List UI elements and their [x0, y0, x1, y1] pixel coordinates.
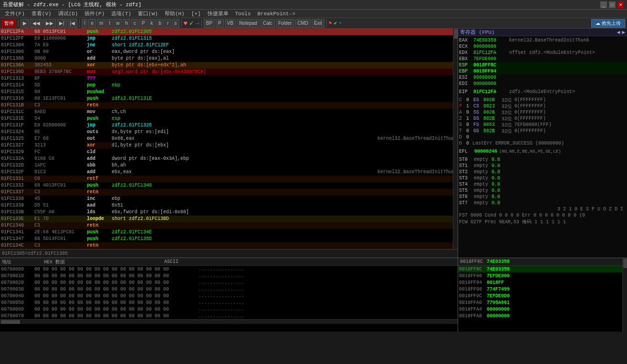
reg-ebp-val[interactable]: 0018FF94 [473, 69, 509, 74]
stack-row[interactable]: 0018FF98 774F7499 [458, 286, 627, 292]
reg-edi-val[interactable]: 00000000 [473, 81, 509, 86]
icon-check[interactable]: ✓ [189, 19, 193, 27]
disasm-row[interactable]: 01FC132F 01C3 add ebx,eax kernel32.BaseT… [0, 169, 458, 176]
hex-scrollbar-area[interactable] [0, 319, 458, 324]
flag-c-bit[interactable]: C [459, 97, 465, 103]
menu-file[interactable]: 文件(F) [2, 10, 28, 18]
disasm-row[interactable]: 01FC131C 8AED mov ch,ch [0, 109, 458, 115]
btn-folder[interactable]: Folder [276, 19, 294, 28]
btn-r[interactable]: r [165, 19, 171, 28]
stack-scrollbar[interactable] [622, 258, 627, 332]
flag-t-bit[interactable]: T [459, 128, 465, 134]
disasm-row[interactable]: 01FC12FA 68 0513FC01 push zdfz2.01FC1305 [0, 29, 458, 35]
disasm-scrollbar-thumb[interactable] [454, 29, 458, 39]
menu-help[interactable]: 帮助(H) [162, 10, 188, 18]
run-button[interactable]: ▶ [21, 19, 29, 28]
reg-ebx-val[interactable]: 7EFDE000 [473, 56, 509, 62]
stack-row[interactable]: 0018FF8C 74E03358 [458, 266, 627, 272]
hex-row[interactable]: 00700060 00 00 00 00 00 00 00 00 00 00 0… [0, 306, 458, 312]
reg-eax-val[interactable]: 74E00358 [473, 38, 509, 43]
icon-send[interactable]: → [195, 20, 199, 27]
disasm-row[interactable]: 01FC1339 D5 51 aad 0x51 [0, 202, 458, 209]
efl-val[interactable]: 00000246 [474, 149, 497, 154]
disasm-row[interactable]: 01FC1324 6E outs dx,byte ptr es:[edi] [0, 129, 458, 135]
btn-k[interactable]: k [148, 19, 156, 28]
stack-row[interactable]: 0018FF90 7EFDE000 [458, 272, 627, 279]
disasm-row[interactable]: 01FC1338 45 inc ebp [0, 196, 458, 202]
menu-debug[interactable]: 调试(D) [55, 10, 81, 18]
disasm-row[interactable]: 01FC133E E1 7D loopde short zdfz2.01FC13… [0, 216, 458, 222]
hex-row[interactable]: 00700070 00 00 00 00 00 00 00 00 00 00 0… [0, 312, 458, 319]
disasm-scrollbar[interactable] [453, 29, 458, 249]
btn-notepad[interactable]: Notepad [237, 19, 260, 28]
stack-scrollbar-thumb[interactable] [623, 259, 627, 268]
disasm-view[interactable]: 01FC12FA 68 0513FC01 push zdfz2.01FC1305… [0, 29, 458, 249]
disasm-row[interactable]: 01FC1329 FC cld [0, 149, 458, 156]
disasm-row[interactable]: 01FC1315 60 pushad [0, 89, 458, 95]
btn-bp[interactable]: BP [204, 19, 215, 28]
close-button[interactable]: ✕ [617, 1, 624, 8]
btn-cmd[interactable]: CMD [295, 19, 311, 28]
step-fwd-button[interactable]: ▶▶ [43, 19, 56, 28]
disasm-row[interactable]: 01FC130A 302453 xor byte ptr ds:[ebx+edx… [0, 62, 458, 69]
hex-row[interactable]: 00700010 00 00 00 00 00 00 00 00 00 00 0… [0, 272, 458, 279]
btn-m[interactable]: m [97, 19, 105, 28]
menu-view[interactable]: 查看(V) [29, 10, 54, 18]
disasm-row[interactable]: 01FC133B C55F A0 lds ebx,fword ptr ds:[e… [0, 209, 458, 216]
hex-row[interactable]: 00700040 00 00 00 00 00 00 00 00 00 00 0… [0, 292, 458, 299]
btn-calc[interactable]: Calc [261, 19, 275, 28]
menu-options[interactable]: 选项(T) [108, 10, 134, 18]
disasm-row[interactable]: 01FC1332 68 4013FC01 push zdfz2.01FC1340 [0, 182, 458, 189]
reg-esp-val[interactable]: 0018FF8C [473, 62, 509, 68]
disasm-row[interactable]: 01FC131F E9 02000000 jmp zdfz2.01FC1326 [0, 122, 458, 129]
hex-row[interactable]: 00700050 00 00 00 00 00 00 00 00 00 00 0… [0, 299, 458, 306]
menu-breakpoint[interactable]: BreakPoint-> [255, 10, 298, 17]
flag-d-bit[interactable]: D [459, 135, 465, 140]
hex-row[interactable]: 00700020 00 00 00 00 00 00 00 00 00 00 0… [0, 279, 458, 286]
menu-window[interactable]: 窗口(W) [135, 10, 161, 18]
maximize-button[interactable]: □ [609, 1, 616, 8]
disasm-row[interactable]: 01FC1337 C3 retn [0, 189, 458, 196]
reg-eip-val[interactable]: 01FC12FA [473, 89, 509, 94]
disasm-row[interactable]: 01FC1341 2E:68 4E13FC01 push zdfz2.01FC1… [0, 229, 458, 236]
flag-p-bit[interactable]: P [459, 104, 465, 109]
reg-collapse-left[interactable]: ◀ [617, 29, 620, 35]
flag-a-bit[interactable]: A [459, 110, 465, 115]
icon-heart[interactable]: ♥ [184, 20, 188, 27]
btn-t[interactable]: t [106, 19, 113, 28]
step-over-back[interactable]: |◀ [68, 19, 78, 28]
flag-z-bit[interactable]: Z [459, 116, 465, 121]
hex-row[interactable]: 00700000 00 00 00 00 00 00 00 00 00 00 0… [0, 266, 458, 272]
menu-tools[interactable]: Tools [232, 10, 254, 17]
icon-check2[interactable]: ✔ [334, 20, 337, 26]
disasm-row[interactable]: 01FC1306 0B 00 or eax,dword ptr ds:[eax] [0, 49, 458, 55]
disasm-row[interactable]: 01FC1316 68 1E13FC01 push zdfz2.01FC131E [0, 95, 458, 102]
disasm-row[interactable]: 01FC1304 7A E9 jne short zdfz2.01FC12EF [0, 42, 458, 49]
btn-exit[interactable]: Exit [312, 19, 324, 28]
disasm-row[interactable]: 01FC1331 C0 retf [0, 176, 458, 182]
disasm-row[interactable]: 01FC131E 54 push esp [0, 115, 458, 122]
stack-row[interactable]: 0018FFA8 00000000 [458, 312, 627, 319]
flag-s-bit[interactable]: S [459, 122, 465, 127]
flag-o-bit[interactable]: O [459, 141, 465, 146]
reg-edx-val[interactable]: 01FC12FA [473, 50, 509, 55]
btn-c[interactable]: c [131, 19, 138, 28]
disasm-row[interactable]: 01FC131B C3 retn [0, 102, 458, 109]
hex-scrollbar-thumb[interactable] [1, 320, 20, 324]
btn-vb[interactable]: VB [225, 19, 236, 28]
disasm-row[interactable]: 01FC1314 5D pop ebp [0, 82, 458, 89]
btn-h[interactable]: h [123, 19, 130, 28]
step-over-fwd[interactable]: ▶| [57, 19, 67, 28]
disasm-row[interactable]: 01FC134C C3 retn [0, 242, 458, 249]
btn-w[interactable]: w [114, 19, 122, 28]
btn-e[interactable]: e [88, 19, 96, 28]
reg-ecx-val[interactable]: 00000000 [473, 44, 509, 49]
stack-row[interactable]: 0018FF94 0018FF [458, 279, 627, 286]
stack-row[interactable]: 0018FFA4 00000000 [458, 306, 627, 312]
btn-l[interactable]: l [82, 19, 87, 28]
disasm-row[interactable]: 01FC1313 8F ??? [0, 75, 458, 82]
step-back-button[interactable]: ◀◀ [30, 19, 42, 28]
btn-p[interactable]: P [216, 19, 224, 28]
btn-b[interactable]: b [157, 19, 164, 28]
disasm-row[interactable]: 01FC132A 0168 C6 add dword ptr ds:[eax-0… [0, 156, 458, 162]
